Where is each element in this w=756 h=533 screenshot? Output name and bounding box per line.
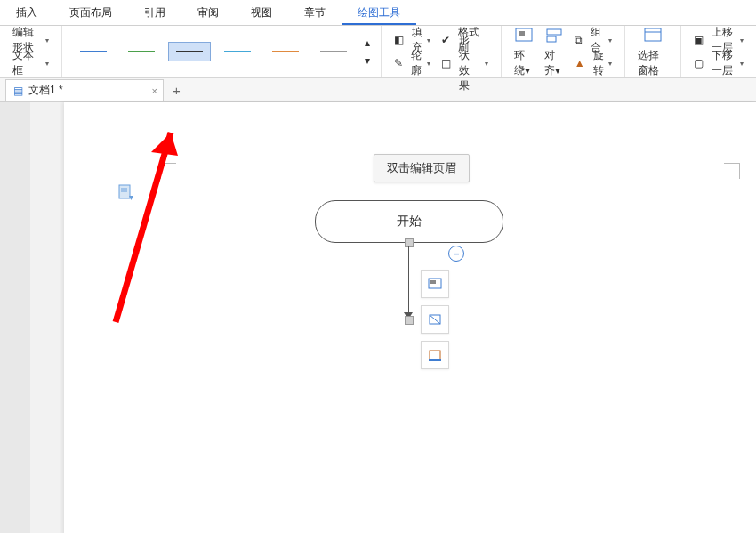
svg-rect-11	[430, 280, 436, 284]
document-tab-bar: ▤ 文档1 * × +	[0, 78, 756, 102]
context-tool-fill[interactable]	[421, 341, 449, 369]
header-tooltip: 双击编辑页眉	[374, 154, 470, 182]
rotate-icon: ▲	[575, 57, 585, 69]
group-button[interactable]: ⧉ 组合▾	[573, 31, 614, 49]
line-style-black[interactable]	[168, 42, 211, 61]
line-style-blue[interactable]	[72, 42, 115, 61]
rotate-button[interactable]: ▲ 旋转▾	[573, 54, 614, 72]
group-icon: ⧉	[575, 34, 583, 46]
ribbon: 编辑形状▾ 文本框▾ ▴ ▾ ◧ 填充▾ ✎ 轮廓▾ ✔ 格式刷 ◫ 形状效果▾…	[0, 26, 756, 78]
align-icon	[544, 26, 564, 45]
bucket-icon: ◧	[394, 34, 404, 46]
left-gutter	[0, 102, 30, 533]
svg-rect-14	[430, 351, 440, 359]
shape-effects-button[interactable]: ◫ 形状效果▾	[439, 54, 490, 72]
close-tab-icon[interactable]: ×	[152, 85, 157, 96]
send-backward-button[interactable]: ▢ 下移一层▾	[692, 54, 745, 72]
tab-drawtools[interactable]: 绘图工具	[342, 0, 416, 25]
svg-rect-3	[547, 36, 556, 42]
bring-forward-button[interactable]: ▣ 上移一层▾	[692, 31, 745, 49]
line-style-orange[interactable]	[264, 42, 307, 61]
header-margin-mark-left	[160, 163, 176, 164]
line-style-gallery: ▴ ▾	[62, 26, 382, 77]
connector-handle-bottom[interactable]	[405, 316, 414, 325]
forward-icon: ▣	[694, 34, 704, 46]
wrap-button[interactable]: 环绕▾	[509, 26, 539, 78]
menu-tabs: 插入 页面布局 引用 审阅 视图 章节 绘图工具	[0, 0, 756, 26]
tab-reference[interactable]: 引用	[128, 0, 181, 25]
page-options-icon[interactable]	[117, 184, 135, 202]
header-margin-mark-right	[724, 163, 740, 164]
cube-icon: ◫	[441, 57, 451, 69]
new-tab-button[interactable]: +	[164, 83, 189, 98]
svg-rect-4	[645, 28, 661, 41]
tab-review[interactable]: 审阅	[181, 0, 235, 25]
line-style-gray[interactable]	[312, 42, 355, 61]
line-style-green[interactable]	[120, 42, 163, 61]
backward-icon: ▢	[694, 57, 704, 69]
edit-shape-button[interactable]: 编辑形状▾	[11, 31, 51, 49]
context-tool-outline[interactable]	[421, 305, 449, 334]
tab-layout[interactable]: 页面布局	[53, 0, 128, 25]
tab-insert[interactable]: 插入	[0, 0, 53, 25]
textbox-button[interactable]: 文本框▾	[11, 54, 51, 72]
brush-icon: ✔	[441, 34, 450, 46]
gallery-down-icon[interactable]: ▾	[365, 54, 370, 67]
outline-button[interactable]: ✎ 轮廓▾	[392, 54, 432, 72]
document-tab[interactable]: ▤ 文档1 * ×	[5, 79, 164, 101]
context-tool-wrap[interactable]	[421, 270, 449, 298]
tab-view[interactable]: 视图	[235, 0, 288, 25]
collapse-icon[interactable]: –	[448, 246, 464, 262]
flowchart-start-shape[interactable]: 开始	[315, 200, 503, 243]
svg-line-13	[430, 315, 440, 324]
gallery-up-icon[interactable]: ▴	[365, 36, 370, 49]
wrap-icon	[514, 26, 534, 45]
svg-rect-2	[547, 29, 561, 35]
doc-icon: ▤	[13, 85, 23, 97]
page[interactable]: 双击编辑页眉 开始 –	[64, 102, 756, 533]
fill-button[interactable]: ◧ 填充▾	[392, 31, 432, 49]
tab-chapter[interactable]: 章节	[288, 0, 342, 25]
align-button[interactable]: 对齐▾	[539, 26, 569, 78]
pen-icon: ✎	[394, 57, 403, 69]
select-pane-button[interactable]: 选择窗格	[632, 26, 673, 78]
line-style-lightblue[interactable]	[216, 42, 259, 61]
pane-icon	[643, 26, 663, 45]
connector-line[interactable]	[408, 246, 409, 316]
canvas-area: 双击编辑页眉 开始 –	[0, 102, 756, 533]
svg-rect-1	[519, 31, 525, 36]
document-tab-label: 文档1 *	[28, 83, 63, 98]
connector-handle-top[interactable]	[405, 238, 414, 247]
